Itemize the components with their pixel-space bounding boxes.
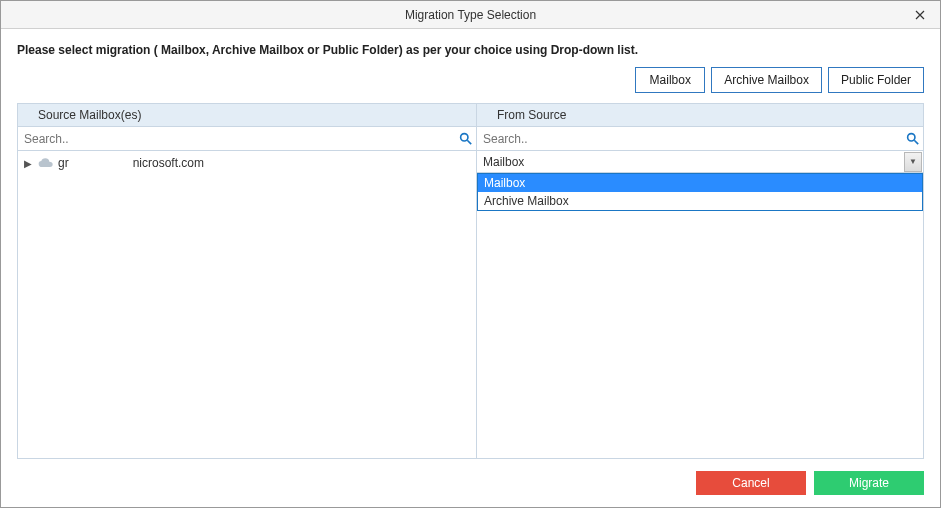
window-title: Migration Type Selection bbox=[405, 8, 536, 22]
dropdown-options-list: Mailbox Archive Mailbox bbox=[477, 173, 923, 211]
search-icon bbox=[459, 132, 472, 145]
tree-node-suffix: nicrosoft.com bbox=[133, 156, 204, 170]
from-source-search-row bbox=[477, 127, 924, 151]
content-area: Source Mailbox(es) ▶ gr nicrosoft.com Fr… bbox=[1, 103, 940, 459]
cancel-button[interactable]: Cancel bbox=[696, 471, 806, 495]
titlebar: Migration Type Selection bbox=[1, 1, 940, 29]
dropdown-option-archive-mailbox[interactable]: Archive Mailbox bbox=[478, 192, 922, 210]
archive-mailbox-type-button[interactable]: Archive Mailbox bbox=[711, 67, 822, 93]
svg-point-2 bbox=[907, 134, 914, 141]
chevron-down-icon: ▼ bbox=[909, 157, 917, 166]
from-source-column: From Source Mailbox ▼ Mailbox bbox=[477, 103, 924, 459]
tree-node-prefix: gr bbox=[58, 156, 69, 170]
svg-point-0 bbox=[460, 134, 467, 141]
mailbox-type-button[interactable]: Mailbox bbox=[635, 67, 705, 93]
dropdown-option-mailbox[interactable]: Mailbox bbox=[478, 174, 922, 192]
close-icon bbox=[915, 10, 925, 20]
from-source-area: Mailbox ▼ Mailbox Archive Mailbox bbox=[477, 151, 924, 459]
migration-type-dropdown[interactable]: Mailbox ▼ Mailbox Archive Mailbox bbox=[477, 151, 923, 173]
source-search-input[interactable] bbox=[18, 129, 454, 149]
footer-actions: Cancel Migrate bbox=[1, 459, 940, 507]
migrate-button[interactable]: Migrate bbox=[814, 471, 924, 495]
dropdown-toggle-button[interactable]: ▼ bbox=[904, 152, 922, 172]
source-mailboxes-column: Source Mailbox(es) ▶ gr nicrosoft.com bbox=[17, 103, 477, 459]
instruction-text: Please select migration ( Mailbox, Archi… bbox=[1, 29, 940, 67]
source-search-button[interactable] bbox=[454, 132, 476, 145]
public-folder-type-button[interactable]: Public Folder bbox=[828, 67, 924, 93]
dropdown-display[interactable]: Mailbox ▼ bbox=[477, 151, 923, 173]
svg-line-3 bbox=[914, 140, 918, 144]
close-button[interactable] bbox=[900, 1, 940, 28]
dropdown-selected-value: Mailbox bbox=[483, 155, 904, 169]
type-button-row: Mailbox Archive Mailbox Public Folder bbox=[1, 67, 940, 103]
search-icon bbox=[906, 132, 919, 145]
from-source-search-button[interactable] bbox=[901, 132, 923, 145]
migration-dialog: Migration Type Selection Please select m… bbox=[0, 0, 941, 508]
source-tree-node[interactable]: ▶ gr nicrosoft.com bbox=[22, 154, 472, 172]
from-source-search-input[interactable] bbox=[477, 129, 901, 149]
source-mailboxes-header: Source Mailbox(es) bbox=[17, 103, 477, 127]
cloud-icon bbox=[38, 157, 54, 169]
from-source-header: From Source bbox=[477, 103, 924, 127]
source-tree: ▶ gr nicrosoft.com bbox=[17, 151, 477, 459]
svg-line-1 bbox=[467, 140, 471, 144]
expand-arrow-icon[interactable]: ▶ bbox=[22, 158, 34, 169]
source-search-row bbox=[17, 127, 477, 151]
